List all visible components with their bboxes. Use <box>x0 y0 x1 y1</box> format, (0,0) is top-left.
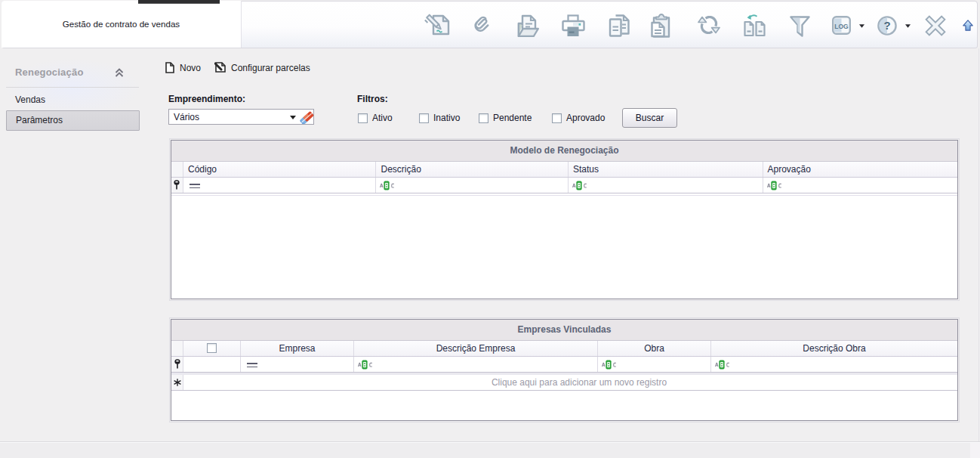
svg-text:LOG: LOG <box>834 23 849 30</box>
svg-text:?: ? <box>883 19 890 32</box>
